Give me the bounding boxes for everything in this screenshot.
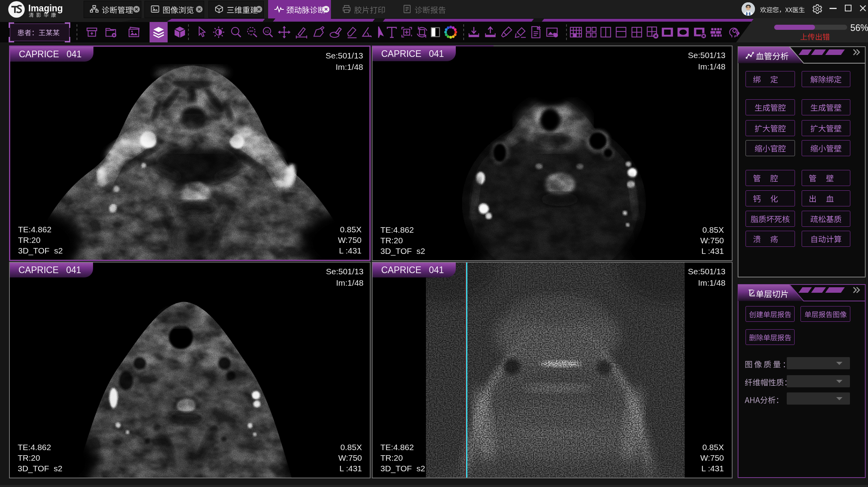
svg-text:x2: x2	[265, 29, 269, 33]
